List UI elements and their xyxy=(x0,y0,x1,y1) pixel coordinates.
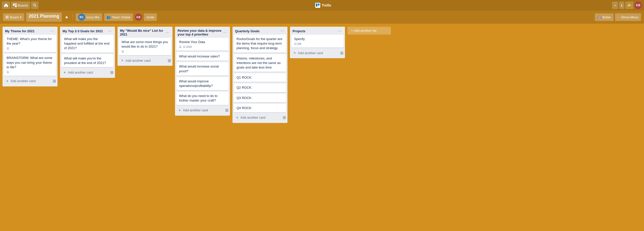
board-header: Board ▾ 2021 Planning ★ BC Ivory Mix 👥 T… xyxy=(0,11,644,24)
boards-button[interactable]: Boards xyxy=(11,2,30,9)
archive-button[interactable]: ⊞ xyxy=(340,51,343,55)
workspace-initials: BC xyxy=(80,16,84,19)
board-title[interactable]: 2021 Planning xyxy=(26,13,62,22)
list-header: My Theme for 2021··· xyxy=(3,27,57,35)
workspace-avatar: BC xyxy=(78,14,85,21)
svg-rect-6 xyxy=(316,4,317,7)
card-c5[interactable]: What are some more things you would like… xyxy=(119,38,171,55)
add-list-button[interactable]: + Add another list xyxy=(347,27,391,35)
card-icons: ☰ xyxy=(7,71,53,74)
list-title: My Top 2-3 Goals for 2021 xyxy=(63,29,107,33)
search-button[interactable] xyxy=(31,2,39,9)
list-menu-button[interactable]: ··· xyxy=(280,29,285,33)
list-list5: Quarterly Goals···Rocks/Goals for the qu… xyxy=(232,27,287,123)
card-c6[interactable]: Review Your Data☰☑ 0/33 xyxy=(177,38,228,51)
list-title: Review your data & improve your top 4 pr… xyxy=(178,29,222,36)
archive-button[interactable]: ⊞ xyxy=(283,115,286,120)
archive-button[interactable]: ⊞ xyxy=(53,79,56,83)
list-body: What are some more things you would like… xyxy=(118,38,172,57)
board-menu-button[interactable]: Board ▾ xyxy=(3,13,24,21)
add-card-button[interactable]: + Add another card xyxy=(119,57,166,64)
card-text: BRAINSTORM: What are some ways you can b… xyxy=(7,56,53,70)
list-title: My Theme for 2021 xyxy=(5,29,50,33)
invite-button[interactable]: Invite xyxy=(144,13,157,21)
list-list2: My Top 2-3 Goals for 2021···What will ma… xyxy=(60,27,115,78)
list-menu-button[interactable]: ··· xyxy=(165,30,170,35)
svg-point-3 xyxy=(34,4,36,6)
notifications-button[interactable]: 🔔 xyxy=(625,2,633,9)
divider xyxy=(72,14,73,20)
card-text: Visions, milestones, and Intentions are … xyxy=(237,56,283,70)
card-c15[interactable]: Q3 ROCK: xyxy=(234,94,286,102)
card-icons: ☰ xyxy=(7,47,53,50)
list-header: My "Would Be nice" List for 2021··· xyxy=(118,27,172,38)
svg-rect-1 xyxy=(15,4,17,5)
archive-button[interactable]: ⊞ xyxy=(168,58,171,63)
archive-button[interactable]: ⊞ xyxy=(110,70,113,75)
card-c8[interactable]: What would increase social proof? xyxy=(177,62,228,75)
card-c16[interactable]: Q4 ROCK: xyxy=(234,104,286,112)
home-button[interactable] xyxy=(2,2,10,9)
card-text: What would increase sales? xyxy=(179,54,226,59)
card-c17[interactable]: Specify☑ 0/9 xyxy=(291,35,343,48)
visibility-button[interactable]: 👥 Team Visible xyxy=(104,13,133,21)
list-menu-button[interactable]: ··· xyxy=(337,29,342,33)
user-avatar-header[interactable]: KB xyxy=(135,14,142,21)
card-text: THEME: What's your theme for the year? xyxy=(7,37,53,46)
list-header: My Top 2-3 Goals for 2021··· xyxy=(60,27,115,35)
list-title: My "Would Be nice" List for 2021 xyxy=(120,29,165,36)
list-list6: Projects···Specify☑ 0/9+ Add another car… xyxy=(290,27,345,58)
description-icon: ☰ xyxy=(122,50,124,53)
add-card-button[interactable]: + Add another card xyxy=(177,107,224,114)
checklist-badge: ☑ 0/9 xyxy=(294,42,301,46)
user-avatar[interactable]: KB xyxy=(634,2,642,9)
card-c14[interactable]: Q2 ROCK: xyxy=(234,83,286,92)
card-text: Q3 ROCK: xyxy=(237,96,283,100)
visibility-icon: 👥 xyxy=(107,15,111,19)
checklist-badge: ☑ 0/33 xyxy=(183,45,192,49)
list-list1: My Theme for 2021···THEME: What's your t… xyxy=(3,27,57,86)
svg-rect-7 xyxy=(318,4,319,6)
add-card-button[interactable]: + Add another card xyxy=(62,69,109,76)
list-menu-button[interactable]: ··· xyxy=(222,30,227,35)
card-icons: ☰☑ 0/33 xyxy=(179,45,226,49)
info-button[interactable]: ℹ xyxy=(619,2,624,9)
list-header: Review your data & improve your top 4 pr… xyxy=(175,27,230,38)
butler-button[interactable]: 🤖 Butler xyxy=(595,13,613,21)
card-text: What would improve operations/profitabil… xyxy=(179,79,226,88)
card-c9[interactable]: What would improve operations/profitabil… xyxy=(177,77,228,90)
card-c7[interactable]: What would increase sales? xyxy=(177,52,228,61)
svg-line-4 xyxy=(35,6,37,7)
workspace-button[interactable]: BC Ivory Mix xyxy=(76,13,102,21)
workspace-name: Ivory Mix xyxy=(86,15,100,19)
add-card-button[interactable]: + Add another card xyxy=(234,114,281,121)
list-menu-button[interactable]: ··· xyxy=(107,29,112,33)
star-button[interactable]: ★ xyxy=(64,14,69,20)
show-menu-button[interactable]: ··· Show Menu xyxy=(615,13,641,21)
boards-label: Boards xyxy=(18,4,28,7)
list-menu-button[interactable]: ··· xyxy=(50,29,55,33)
description-icon: ☰ xyxy=(7,47,9,50)
card-c2[interactable]: BRAINSTORM: What are some ways you can b… xyxy=(4,54,56,76)
add-button[interactable]: + xyxy=(612,2,618,9)
add-card-button[interactable]: + Add another card xyxy=(4,77,51,85)
board-label: Board xyxy=(10,15,19,19)
card-c10[interactable]: What do you need to do to further master… xyxy=(177,92,228,105)
card-c4[interactable]: What will make you're the proudest at th… xyxy=(62,54,113,67)
archive-button[interactable]: ⊞ xyxy=(225,108,228,113)
visibility-label: Team Visible xyxy=(112,15,130,19)
list-list3: My "Would Be nice" List for 2021···What … xyxy=(118,27,172,66)
card-text: Specify xyxy=(294,37,341,41)
card-c13[interactable]: Q1 ROCK: xyxy=(234,73,286,82)
description-icon: ☰ xyxy=(179,45,182,49)
card-text: What would increase social proof? xyxy=(179,64,226,73)
svg-rect-0 xyxy=(13,4,15,6)
top-nav: Boards Trello + ℹ 🔔 KB xyxy=(0,0,644,11)
add-card-button[interactable]: + Add another card xyxy=(291,49,339,57)
card-c12[interactable]: Visions, milestones, and Intentions are … xyxy=(234,54,286,72)
board-drop-icon: ▾ xyxy=(20,15,22,19)
card-text: What will make you're the proudest at th… xyxy=(64,56,111,65)
card-c11[interactable]: Rocks/Goals for the quarter are the item… xyxy=(234,35,286,53)
card-c3[interactable]: What will make you the happiest and fulf… xyxy=(62,35,113,53)
card-c1[interactable]: THEME: What's your theme for the year?☰ xyxy=(4,35,56,52)
